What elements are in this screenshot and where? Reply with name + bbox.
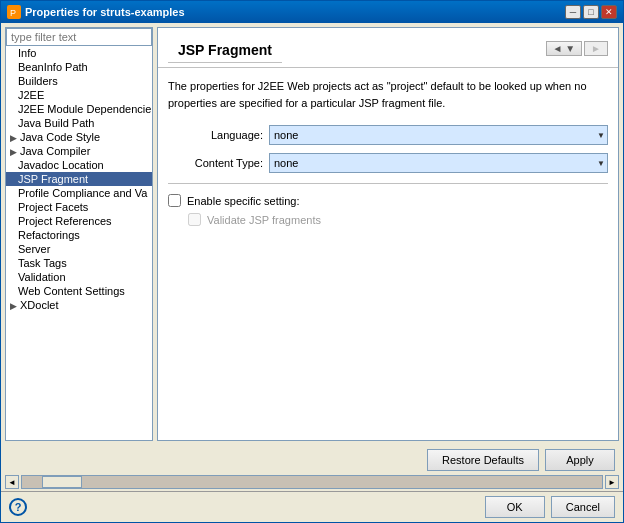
tree-item-java-code-style[interactable]: ▶Java Code Style [6,130,152,144]
content-type-label: Content Type: [168,157,263,169]
close-button[interactable]: ✕ [601,5,617,19]
tree-area: Info BeanInfo Path Builders J2EE J2EE Mo… [6,46,152,440]
window-title: Properties for struts-examples [25,6,185,18]
right-panel: JSP Fragment ◄ ▼ ► The properties for J2… [157,27,619,441]
window-icon: P [7,5,21,19]
enable-specific-checkbox[interactable] [168,194,181,207]
help-icon[interactable]: ? [9,498,27,516]
tree-item-j2ee[interactable]: J2EE [6,88,152,102]
main-content: Info BeanInfo Path Builders J2EE J2EE Mo… [1,23,623,445]
restore-defaults-button[interactable]: Restore Defaults [427,449,539,471]
cancel-button[interactable]: Cancel [551,496,615,518]
title-controls: ─ □ ✕ [565,5,617,19]
validate-checkbox [188,213,201,226]
title-bar-left: P Properties for struts-examples [7,5,185,19]
scroll-left-button[interactable]: ◄ [5,475,19,489]
filter-input[interactable] [6,28,152,46]
language-row: Language: none [168,125,608,145]
scrollbar-thumb[interactable] [42,476,82,488]
panel-title: JSP Fragment [168,34,282,63]
tree-item-jsp-fragment[interactable]: JSP Fragment [6,172,152,186]
scroll-right-button[interactable]: ► [605,475,619,489]
tree-item-profile-compliance[interactable]: Profile Compliance and Va [6,186,152,200]
properties-window: P Properties for struts-examples ─ □ ✕ I… [0,0,624,523]
panel-body: The properties for J2EE Web projects act… [158,68,618,440]
language-select[interactable]: none [269,125,608,145]
enable-specific-row: Enable specific setting: [168,194,608,207]
minimize-button[interactable]: ─ [565,5,581,19]
validate-row: Validate JSP fragments [188,213,608,226]
maximize-button[interactable]: □ [583,5,599,19]
apply-button[interactable]: Apply [545,449,615,471]
tree-item-info[interactable]: Info [6,46,152,60]
content-type-row: Content Type: none [168,153,608,173]
ok-button[interactable]: OK [485,496,545,518]
panel-nav: ◄ ▼ ► [546,41,608,56]
scrollbar-area: ◄ ► [1,475,623,491]
left-panel: Info BeanInfo Path Builders J2EE J2EE Mo… [5,27,153,441]
content-type-select-wrapper: none [269,153,608,173]
tree-item-j2ee-module[interactable]: J2EE Module Dependencie [6,102,152,116]
tree-item-refactorings[interactable]: Refactorings [6,228,152,242]
tree-item-beaninfo[interactable]: BeanInfo Path [6,60,152,74]
description-text: The properties for J2EE Web projects act… [168,78,608,111]
tree-item-server[interactable]: Server [6,242,152,256]
forward-button[interactable]: ► [584,41,608,56]
tree-item-java-build-path[interactable]: Java Build Path [6,116,152,130]
expand-icon-3: ▶ [10,301,18,311]
tree-item-builders[interactable]: Builders [6,74,152,88]
title-bar: P Properties for struts-examples ─ □ ✕ [1,1,623,23]
tree-item-javadoc[interactable]: Javadoc Location [6,158,152,172]
validate-label: Validate JSP fragments [207,214,321,226]
action-buttons: Restore Defaults Apply [1,445,623,475]
tree-item-java-compiler[interactable]: ▶Java Compiler [6,144,152,158]
enable-specific-label[interactable]: Enable specific setting: [187,195,300,207]
expand-icon-2: ▶ [10,147,18,157]
tree-item-project-references[interactable]: Project References [6,214,152,228]
content-type-select[interactable]: none [269,153,608,173]
tree-item-validation[interactable]: Validation [6,270,152,284]
tree-item-xdoclet[interactable]: ▶XDoclet [6,298,152,312]
tree-item-task-tags[interactable]: Task Tags [6,256,152,270]
language-label: Language: [168,129,263,141]
separator [168,183,608,184]
tree-item-project-facets[interactable]: Project Facets [6,200,152,214]
back-button[interactable]: ◄ ▼ [546,41,583,56]
footer: ? OK Cancel [1,491,623,522]
svg-text:P: P [10,8,16,18]
tree-item-web-content[interactable]: Web Content Settings [6,284,152,298]
language-select-wrapper: none [269,125,608,145]
scrollbar-track[interactable] [21,475,603,489]
panel-header: JSP Fragment ◄ ▼ ► [158,28,618,68]
expand-icon: ▶ [10,133,18,143]
